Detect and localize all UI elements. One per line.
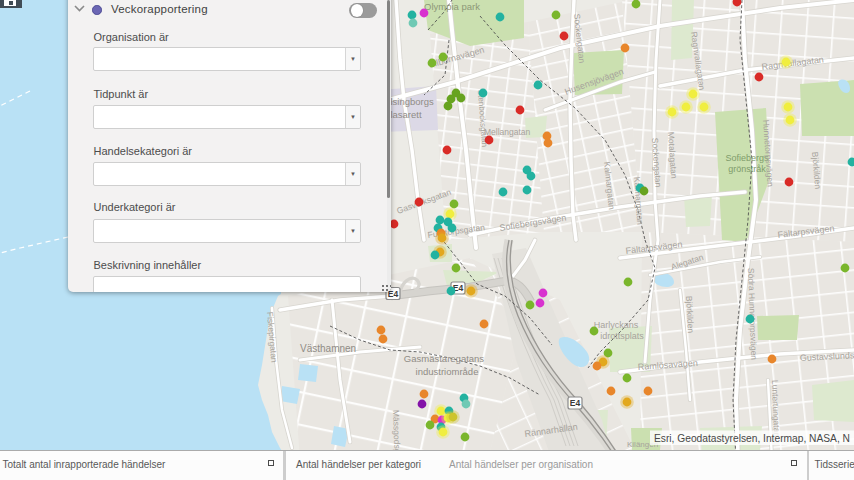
svg-text:Luntertungatan: Luntertungatan [770,380,782,438]
svg-text:idrottsplats: idrottsplats [600,331,644,341]
svg-text:Sofiebergs: Sofiebergs [725,153,769,163]
svg-text:Gasmästaregatans: Gasmästaregatans [404,353,485,364]
svg-text:Mellangatan: Mellangatan [484,127,531,137]
svg-text:Björkilden: Björkilden [684,296,696,334]
svg-text:Olympia park: Olympia park [424,1,480,12]
svg-text:Esri, Geodatastyrelsen, Interm: Esri, Geodatastyrelsen, Intermap, NASA, … [654,433,850,444]
svg-text:industriområde: industriområde [416,366,479,377]
svg-text:Västhamnen: Västhamnen [300,343,356,354]
svg-text:E4: E4 [570,398,581,408]
svg-text:lasarett: lasarett [390,109,422,120]
svg-text:Harlyckans: Harlyckans [594,320,639,330]
svg-text:grönstråk: grönstråk [728,164,766,174]
